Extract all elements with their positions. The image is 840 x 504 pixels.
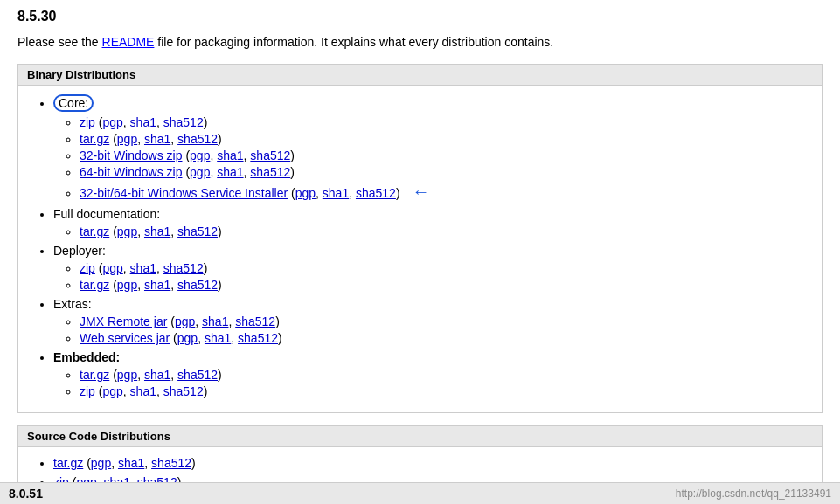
win64-zip-sha1[interactable]: sha1 bbox=[217, 165, 243, 179]
list-item: tar.gz (pgp, sha1, sha512) bbox=[80, 278, 804, 292]
list-item: 32-bit Windows zip (pgp, sha1, sha512) bbox=[80, 148, 804, 162]
targz-sha512[interactable]: sha512 bbox=[177, 132, 218, 146]
core-label: Core: bbox=[53, 94, 94, 112]
jmx-sha512[interactable]: sha512 bbox=[235, 314, 275, 328]
deployer-zip-sha1[interactable]: sha1 bbox=[130, 261, 156, 275]
jmx-sha1[interactable]: sha1 bbox=[202, 314, 228, 328]
intro-text-after: file for packaging information. It expla… bbox=[154, 35, 553, 49]
win64-zip-link[interactable]: 64-bit Windows zip bbox=[80, 165, 183, 179]
list-item-extras: Extras: JMX Remote jar (pgp, sha1, sha51… bbox=[53, 297, 804, 345]
win32-zip-pgp[interactable]: pgp bbox=[190, 148, 210, 162]
service-installer-sha1[interactable]: sha1 bbox=[323, 186, 349, 200]
deployer-sub-list: zip (pgp, sha1, sha512) tar.gz (pgp, sha… bbox=[53, 261, 804, 292]
source-distributions-header: Source Code Distributions bbox=[18, 426, 822, 447]
list-item: JMX Remote jar (pgp, sha1, sha512) bbox=[80, 314, 804, 328]
targz-link[interactable]: tar.gz bbox=[80, 132, 109, 146]
bottom-bar: 8.0.51 http://blog.csdn.net/qq_21133491 bbox=[0, 482, 840, 504]
targz-pgp[interactable]: pgp bbox=[117, 132, 137, 146]
zip-sha1[interactable]: sha1 bbox=[130, 115, 156, 129]
list-item-full-docs: Full documentation: tar.gz (pgp, sha1, s… bbox=[53, 207, 804, 238]
list-item: zip (pgp, sha1, sha512) bbox=[80, 115, 804, 129]
win64-zip-sha512[interactable]: sha512 bbox=[250, 165, 290, 179]
list-item: tar.gz (pgp, sha1, sha512) bbox=[53, 456, 804, 470]
intro-paragraph: Please see the README file for packaging… bbox=[17, 33, 823, 52]
deployer-targz-sha1[interactable]: sha1 bbox=[144, 278, 170, 292]
deployer-zip-pgp[interactable]: pgp bbox=[102, 261, 122, 275]
embedded-targz-link[interactable]: tar.gz bbox=[80, 368, 109, 382]
extras-sub-list: JMX Remote jar (pgp, sha1, sha512) Web s… bbox=[53, 314, 804, 345]
list-item-core: Core: zip (pgp, sha1, sha512) tar.gz (pg… bbox=[53, 94, 804, 202]
webservices-pgp[interactable]: pgp bbox=[177, 331, 198, 345]
fulldoc-sha1[interactable]: sha1 bbox=[144, 224, 170, 238]
embedded-zip-link[interactable]: zip bbox=[80, 384, 95, 398]
deployer-targz-link[interactable]: tar.gz bbox=[80, 278, 109, 292]
embedded-targz-sha512[interactable]: sha512 bbox=[177, 368, 218, 382]
deployer-targz-pgp[interactable]: pgp bbox=[117, 278, 137, 292]
service-installer-pgp[interactable]: pgp bbox=[295, 186, 316, 200]
full-docs-label: Full documentation: bbox=[53, 207, 160, 221]
source-targz-pgp[interactable]: pgp bbox=[91, 456, 111, 470]
list-item: tar.gz (pgp, sha1, sha512) bbox=[80, 368, 804, 382]
list-item: Web services jar (pgp, sha1, sha512) bbox=[80, 331, 804, 345]
source-targz-link[interactable]: tar.gz bbox=[53, 456, 83, 470]
readme-link[interactable]: README bbox=[102, 35, 155, 49]
arrow-annotation: ← bbox=[412, 182, 429, 202]
list-item: zip (pgp, sha1, sha512) bbox=[80, 261, 804, 275]
embedded-zip-pgp[interactable]: pgp bbox=[102, 384, 122, 398]
list-item: 64-bit Windows zip (pgp, sha1, sha512) bbox=[80, 165, 804, 179]
binary-distributions-section: Binary Distributions Core: zip (pgp, sha… bbox=[17, 64, 823, 413]
targz-sha1[interactable]: sha1 bbox=[144, 132, 170, 146]
jmx-link[interactable]: JMX Remote jar bbox=[80, 314, 167, 328]
zip-link[interactable]: zip bbox=[80, 115, 95, 129]
fulldoc-pgp[interactable]: pgp bbox=[117, 224, 137, 238]
intro-text-before: Please see the bbox=[17, 35, 102, 49]
deployer-targz-sha512[interactable]: sha512 bbox=[177, 278, 218, 292]
embedded-sub-list: tar.gz (pgp, sha1, sha512) zip (pgp, sha… bbox=[53, 368, 804, 398]
win64-zip-pgp[interactable]: pgp bbox=[190, 165, 210, 179]
page-wrapper: 8.5.30 Please see the README file for pa… bbox=[0, 0, 840, 504]
service-installer-link[interactable]: 32-bit/64-bit Windows Service Installer bbox=[80, 186, 288, 200]
deployer-zip-sha512[interactable]: sha512 bbox=[163, 261, 204, 275]
embedded-zip-sha512[interactable]: sha512 bbox=[163, 384, 204, 398]
deployer-label: Deployer: bbox=[53, 244, 106, 258]
deployer-zip-link[interactable]: zip bbox=[80, 261, 95, 275]
binary-distributions-content: Core: zip (pgp, sha1, sha512) tar.gz (pg… bbox=[18, 86, 822, 412]
win32-zip-sha1[interactable]: sha1 bbox=[217, 148, 243, 162]
win32-zip-link[interactable]: 32-bit Windows zip bbox=[80, 148, 183, 162]
list-item: 32-bit/64-bit Windows Service Installer … bbox=[80, 182, 804, 202]
binary-distributions-header: Binary Distributions bbox=[18, 65, 822, 86]
zip-sha512[interactable]: sha512 bbox=[163, 115, 204, 129]
list-item: tar.gz (pgp, sha1, sha512) bbox=[80, 224, 804, 238]
extras-label: Extras: bbox=[53, 297, 92, 311]
source-targz-sha1[interactable]: sha1 bbox=[118, 456, 144, 470]
fulldoc-sha512[interactable]: sha512 bbox=[177, 224, 218, 238]
source-targz-sha512[interactable]: sha512 bbox=[151, 456, 191, 470]
bottom-version: 8.0.51 bbox=[9, 487, 43, 501]
embedded-targz-pgp[interactable]: pgp bbox=[117, 368, 137, 382]
core-sub-list: zip (pgp, sha1, sha512) tar.gz (pgp, sha… bbox=[53, 115, 804, 202]
jmx-pgp[interactable]: pgp bbox=[175, 314, 195, 328]
service-installer-sha512[interactable]: sha512 bbox=[356, 186, 396, 200]
webservices-link[interactable]: Web services jar bbox=[80, 331, 170, 345]
embedded-label: Embedded: bbox=[53, 350, 120, 364]
list-item: zip (pgp, sha1, sha512) bbox=[80, 384, 804, 398]
embedded-zip-sha1[interactable]: sha1 bbox=[130, 384, 156, 398]
fulldoc-targz-link[interactable]: tar.gz bbox=[80, 224, 109, 238]
list-item-embedded: Embedded: tar.gz (pgp, sha1, sha512) zip… bbox=[53, 350, 804, 398]
embedded-targz-sha1[interactable]: sha1 bbox=[144, 368, 170, 382]
zip-pgp[interactable]: pgp bbox=[102, 115, 122, 129]
win32-zip-sha512[interactable]: sha512 bbox=[250, 148, 290, 162]
full-docs-sub-list: tar.gz (pgp, sha1, sha512) bbox=[53, 224, 804, 238]
binary-main-list: Core: zip (pgp, sha1, sha512) tar.gz (pg… bbox=[36, 94, 804, 398]
webservices-sha1[interactable]: sha1 bbox=[205, 331, 231, 345]
list-item-deployer: Deployer: zip (pgp, sha1, sha512) tar.gz… bbox=[53, 244, 804, 292]
version-title: 8.5.30 bbox=[17, 9, 823, 24]
webservices-sha512[interactable]: sha512 bbox=[238, 331, 278, 345]
bottom-watermark: http://blog.csdn.net/qq_21133491 bbox=[676, 487, 831, 500]
list-item: tar.gz (pgp, sha1, sha512) bbox=[80, 132, 804, 146]
